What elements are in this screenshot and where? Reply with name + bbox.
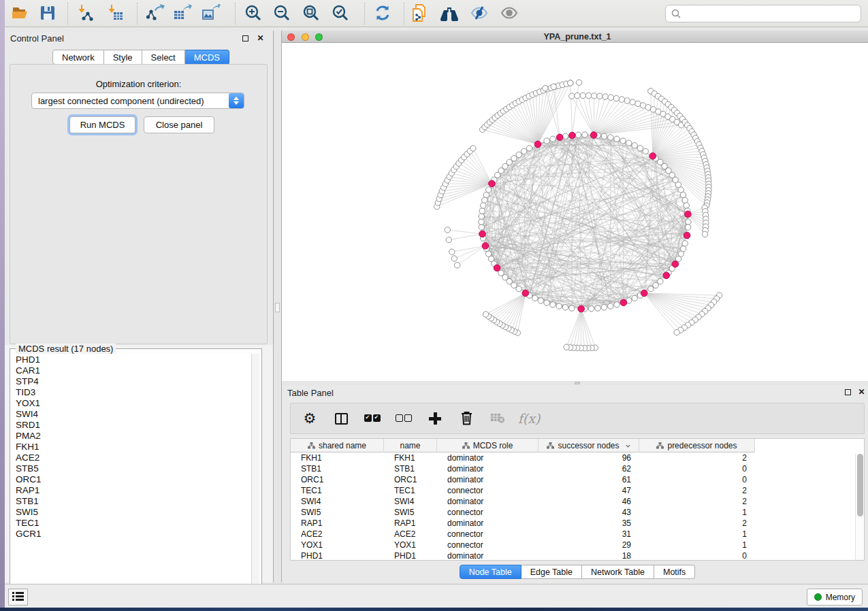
network-node[interactable]: [643, 148, 648, 154]
deselect-all-button[interactable]: [394, 408, 413, 429]
network-leaf-node[interactable]: [470, 146, 476, 151]
splitter-grip[interactable]: [275, 303, 280, 312]
network-node[interactable]: [686, 225, 691, 230]
clone-network-button[interactable]: [408, 5, 431, 23]
network-leaf-node[interactable]: [592, 93, 597, 99]
search-field[interactable]: [665, 5, 861, 22]
network-leaf-node[interactable]: [597, 93, 602, 99]
network-leaf-node[interactable]: [569, 93, 575, 99]
network-node[interactable]: [479, 219, 484, 225]
network-node[interactable]: [544, 138, 549, 144]
network-node[interactable]: [550, 136, 556, 142]
mcds-result-item[interactable]: TEC1: [13, 518, 251, 529]
vertical-splitter[interactable]: [273, 31, 282, 582]
add-column-button[interactable]: [425, 408, 445, 429]
table-row[interactable]: FKH1FKH1dominator962: [291, 452, 864, 463]
network-hub-node[interactable]: [494, 265, 500, 271]
network-node[interactable]: [684, 203, 689, 208]
network-node[interactable]: [562, 305, 568, 310]
column-header-mcds-role[interactable]: MCDS role: [437, 439, 539, 452]
optimization-criterion-select[interactable]: largest connected component (undirected): [31, 93, 244, 109]
network-node[interactable]: [532, 295, 538, 301]
table-row[interactable]: YOX1YOX1connector291: [291, 540, 864, 550]
network-node[interactable]: [498, 270, 504, 276]
tab-motifs[interactable]: Motifs: [654, 565, 695, 579]
zoom-in-button[interactable]: [242, 5, 265, 23]
mcds-result-item[interactable]: CAR1: [13, 365, 251, 376]
table-panel-float-button[interactable]: [843, 388, 852, 397]
mcds-result-item[interactable]: SWI5: [13, 507, 251, 518]
memory-button[interactable]: Memory: [807, 589, 863, 606]
network-node[interactable]: [538, 298, 543, 303]
tab-network-table[interactable]: Network Table: [582, 565, 654, 579]
network-leaf-node[interactable]: [585, 93, 591, 98]
splitter-grip[interactable]: [575, 382, 580, 384]
export-image-button[interactable]: [199, 5, 223, 23]
network-node[interactable]: [575, 132, 581, 137]
network-node[interactable]: [601, 305, 607, 310]
network-node[interactable]: [614, 136, 620, 142]
network-node[interactable]: [632, 295, 637, 301]
mcds-result-item[interactable]: YOX1: [13, 398, 251, 409]
mcds-result-item[interactable]: PHD1: [13, 354, 251, 365]
network-leaf-node[interactable]: [608, 95, 613, 100]
table-row[interactable]: PHD1PHD1dominator180: [291, 550, 864, 561]
network-leaf-node[interactable]: [630, 99, 635, 105]
mcds-result-item[interactable]: ORC1: [13, 474, 251, 485]
tab-network[interactable]: Network: [52, 50, 104, 65]
table-settings-button[interactable]: ⚙: [300, 408, 319, 429]
network-leaf-node[interactable]: [613, 95, 619, 101]
network-node[interactable]: [556, 303, 562, 309]
zoom-out-button[interactable]: [270, 5, 293, 23]
network-leaf-node[interactable]: [674, 329, 679, 335]
network-leaf-node[interactable]: [702, 231, 707, 237]
search-input[interactable]: [685, 9, 855, 18]
network-node[interactable]: [479, 225, 484, 230]
show-columns-button[interactable]: [332, 408, 351, 429]
network-node[interactable]: [544, 300, 549, 306]
table-row[interactable]: ACE2ACE2connector311: [291, 529, 864, 540]
network-hub-node[interactable]: [489, 180, 496, 187]
network-node[interactable]: [682, 197, 688, 203]
network-hub-node[interactable]: [522, 290, 529, 297]
network-node[interactable]: [562, 133, 568, 139]
zoom-selected-button[interactable]: [329, 5, 352, 23]
network-node[interactable]: [582, 132, 588, 137]
network-hub-node[interactable]: [641, 290, 647, 297]
network-hub-node[interactable]: [569, 132, 576, 139]
network-node[interactable]: [620, 138, 626, 144]
zoom-fit-button[interactable]: [300, 5, 323, 23]
mcds-result-item[interactable]: SRD1: [13, 420, 251, 431]
tab-edge-table[interactable]: Edge Table: [521, 565, 582, 579]
network-node[interactable]: [481, 203, 486, 208]
network-node[interactable]: [521, 148, 527, 154]
network-leaf-node[interactable]: [551, 84, 556, 89]
column-header-successor-nodes[interactable]: successor nodes: [539, 439, 639, 452]
network-hub-node[interactable]: [672, 261, 679, 267]
table-row[interactable]: TEC1TEC1connector472: [291, 485, 864, 496]
network-hub-node[interactable]: [556, 134, 563, 141]
search-network-button[interactable]: [438, 5, 461, 23]
mcds-result-item[interactable]: ACE2: [13, 452, 251, 463]
show-all-button[interactable]: [498, 5, 521, 23]
import-network-button[interactable]: [74, 5, 97, 23]
network-node[interactable]: [526, 146, 532, 151]
network-leaf-node[interactable]: [576, 80, 581, 85]
network-node[interactable]: [626, 140, 632, 146]
network-leaf-node[interactable]: [624, 98, 630, 103]
network-leaf-node[interactable]: [568, 80, 573, 86]
column-header-predecessor-nodes[interactable]: predecessor nodes: [639, 439, 755, 452]
column-header-name[interactable]: name: [384, 439, 437, 452]
mcds-result-item[interactable]: FKH1: [13, 442, 251, 452]
network-node[interactable]: [569, 306, 575, 311]
network-node[interactable]: [516, 286, 521, 291]
control-panel-float-button[interactable]: [241, 34, 250, 43]
network-node[interactable]: [653, 282, 658, 288]
control-panel-close-button[interactable]: ✕: [256, 34, 265, 43]
mcds-result-item[interactable]: STP4: [13, 376, 251, 387]
table-row[interactable]: RAP1RAP1dominator352: [291, 518, 864, 529]
mcds-result-item[interactable]: SWI4: [13, 409, 251, 420]
table-row[interactable]: SWI4SWI4dominator462: [291, 496, 864, 507]
network-node[interactable]: [680, 192, 686, 197]
network-canvas[interactable]: [282, 43, 868, 381]
